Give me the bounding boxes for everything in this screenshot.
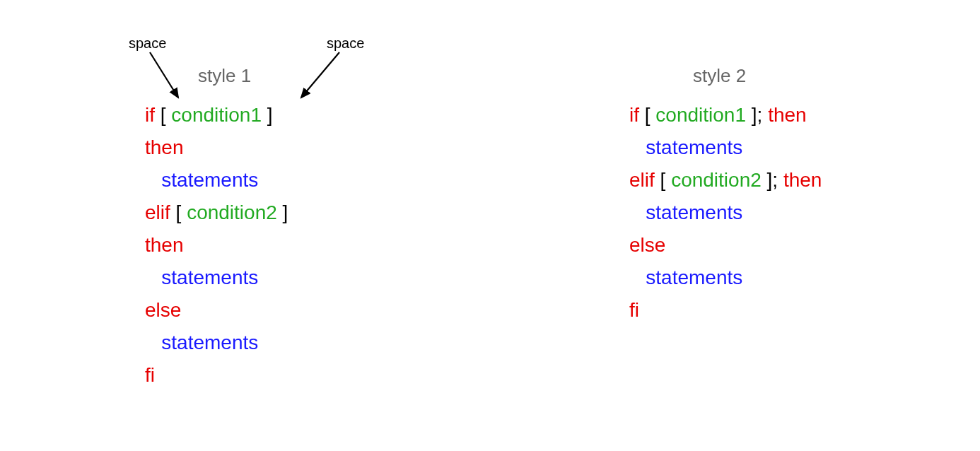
title-style-1: style 1 [198,65,251,87]
bracket-open: [ [155,104,171,126]
kw-fi: fi [145,364,155,386]
indent [145,169,161,191]
kw-then: then [145,234,184,256]
code-line: fi [145,359,288,392]
diagram-root: space space style 1 style 2 if [ conditi… [0,0,980,451]
indent [629,136,646,158]
svg-line-1 [301,52,339,98]
statements: statements [161,266,258,288]
condition-1: condition1 [171,104,262,126]
bracket-open: [ [655,169,671,191]
statements: statements [646,201,742,223]
code-line: fi [629,294,822,327]
code-line: statements [145,262,288,294]
condition-2: condition2 [671,169,762,191]
code-line: if [ condition1 ] [145,99,288,131]
code-line: statements [629,262,822,294]
kw-else: else [629,234,665,256]
statements: statements [646,136,742,158]
code-line: then [145,229,288,262]
indent [145,332,161,353]
bracket-close-semi: ]; [762,169,783,191]
kw-fi: fi [629,299,639,321]
bracket-close-semi: ]; [746,104,768,126]
condition-2: condition2 [187,201,277,223]
statements: statements [161,332,258,353]
bracket-close: ] [262,104,273,126]
code-line: statements [145,164,288,197]
code-line: statements [629,197,822,229]
code-line: then [145,131,288,164]
kw-elif: elif [629,169,655,191]
kw-elif: elif [145,201,170,223]
svg-line-0 [150,52,178,98]
code-block-style-1: if [ condition1 ] then statements elif [… [145,99,288,392]
title-style-2: style 2 [693,65,746,87]
kw-if: if [145,104,155,126]
bracket-open: [ [170,201,187,223]
code-block-style-2: if [ condition1 ]; then statements elif … [629,99,822,327]
kw-then: then [145,136,184,158]
indent [145,266,161,288]
kw-then: then [768,104,807,126]
kw-else: else [145,299,181,321]
indent [629,201,646,223]
code-line: else [629,229,822,262]
statements: statements [161,169,258,191]
indent [629,266,646,288]
code-line: statements [145,327,288,359]
arrow-right [290,49,346,113]
condition-1: condition1 [655,104,746,126]
code-line: else [145,294,288,327]
bracket-open: [ [639,104,655,126]
kw-if: if [629,104,639,126]
code-line: elif [ condition2 ]; then [629,164,822,197]
bracket-close: ] [277,201,288,223]
statements: statements [646,266,742,288]
kw-then: then [783,169,822,191]
code-line: elif [ condition2 ] [145,197,288,229]
code-line: statements [629,131,822,164]
code-line: if [ condition1 ]; then [629,99,822,131]
